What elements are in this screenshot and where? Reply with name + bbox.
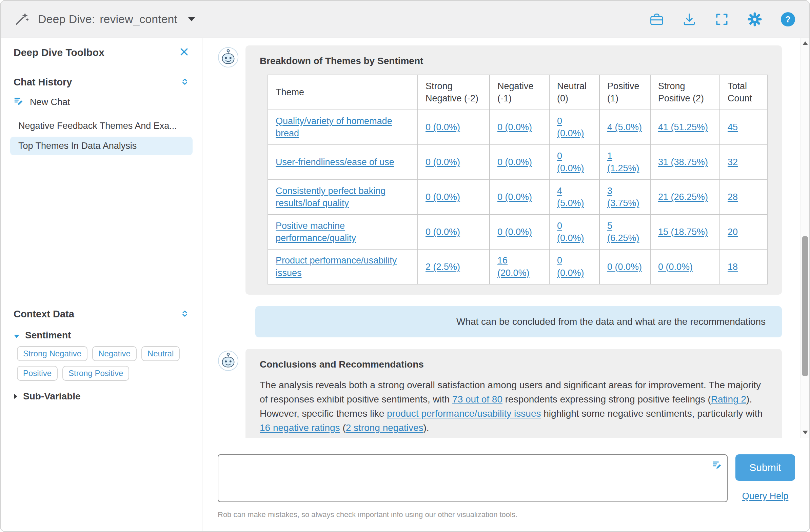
cell-value-link[interactable]: 28 [728, 192, 738, 202]
message-title: Conclusions and Recommendations [260, 359, 767, 370]
value-cell: 5 (6.25%) [599, 215, 650, 249]
scroll-down-arrow[interactable] [803, 431, 808, 434]
cell-value-link[interactable]: 0 (0.0%) [497, 122, 532, 132]
message-title: Breakdown of Themes by Sentiment [260, 55, 767, 66]
chat-scrollbar[interactable] [800, 38, 809, 438]
toolbox-header: Deep Dive Toolbox [1, 38, 202, 67]
cell-value-link[interactable]: 21 (26.25%) [658, 192, 708, 202]
sentiment-chip[interactable]: Neutral [141, 346, 180, 361]
cell-value-link[interactable]: 0 (0.0%) [497, 157, 532, 167]
sentiment-chip[interactable]: Positive [17, 366, 58, 381]
cell-value-link[interactable]: 0 (0.0%) [425, 157, 460, 167]
briefcase-icon[interactable] [649, 12, 664, 27]
cell-value-link[interactable]: 41 (51.25%) [658, 122, 708, 132]
compose-icon[interactable] [712, 460, 722, 471]
cell-value-link[interactable]: 0 (0.0%) [557, 221, 584, 243]
cell-value-link[interactable]: 1 (1.25%) [607, 151, 639, 173]
chat-history-item[interactable]: Negative Feedback Themes And Exa... [10, 117, 193, 135]
cell-value-link[interactable]: 20 [728, 227, 738, 237]
table-row: Product performance/usability issues2 (2… [268, 249, 767, 284]
column-header: Neutral (0) [549, 75, 599, 110]
settings-gear-icon[interactable] [747, 12, 763, 27]
cell-value-link[interactable]: 31 (38.75%) [658, 157, 708, 167]
new-chat-button[interactable]: New Chat [1, 96, 202, 109]
table-row: User-friendliness/ease of use0 (0.0%)0 (… [268, 145, 767, 180]
cell-value-link[interactable]: 18 [728, 262, 738, 272]
theme-link[interactable]: Quality/variety of homemade bread [276, 116, 392, 138]
sentiment-table: ThemeStrong Negative (-2)Negative (-1)Ne… [268, 75, 767, 285]
cell-value-link[interactable]: 0 (0.0%) [425, 192, 460, 202]
scroll-up-arrow[interactable] [803, 42, 808, 45]
table-body: Quality/variety of homemade bread0 (0.0%… [268, 110, 767, 284]
column-header: Negative (-1) [490, 75, 549, 110]
cell-value-link[interactable]: 0 (0.0%) [497, 227, 532, 237]
cell-value-link[interactable]: 0 (0.0%) [557, 116, 584, 138]
svg-text:?: ? [785, 14, 791, 24]
cell-value-link[interactable]: 2 (2.5%) [425, 262, 460, 272]
sub-variable-label: Sub-Variable [23, 391, 81, 402]
sentiment-group-toggle[interactable]: Sentiment [1, 330, 202, 341]
table-row: Quality/variety of homemade bread0 (0.0%… [268, 110, 767, 145]
cell-value-link[interactable]: 16 (20.0%) [497, 255, 530, 278]
fullscreen-icon[interactable] [714, 12, 729, 27]
value-cell: 4 (5.0%) [549, 180, 599, 215]
download-icon[interactable] [682, 12, 697, 27]
cell-value-link[interactable]: 3 (3.75%) [607, 186, 639, 208]
conclusion-link[interactable]: 16 negative ratings [260, 422, 340, 433]
collapse-icon[interactable] [180, 309, 189, 319]
cell-value-link[interactable]: 0 (0.0%) [497, 192, 532, 202]
conclusion-link[interactable]: product performance/usability issues [387, 408, 541, 419]
theme-link[interactable]: Positive machine performance/quality [276, 221, 356, 243]
value-cell: 0 (0.0%) [490, 180, 549, 215]
sentiment-chips: Strong NegativeNegativeNeutralPositiveSt… [17, 346, 192, 381]
scrollbar-thumb[interactable] [802, 236, 808, 376]
cell-value-link[interactable]: 4 (5.0%) [607, 122, 642, 132]
context-data-title: Context Data [14, 309, 74, 320]
conclusion-link[interactable]: Rating 2 [711, 394, 746, 404]
chat-history-list: Negative Feedback Themes And Exa...Top T… [1, 117, 202, 155]
dataset-dropdown-caret-icon[interactable] [188, 17, 196, 22]
bot-avatar [218, 47, 239, 69]
compose-icon [14, 96, 24, 109]
cell-value-link[interactable]: 0 (0.0%) [425, 227, 460, 237]
value-cell: 32 [720, 145, 767, 180]
theme-link[interactable]: User-friendliness/ease of use [276, 157, 394, 167]
cell-value-link[interactable]: 0 (0.0%) [607, 262, 642, 272]
submit-button[interactable]: Submit [735, 454, 795, 481]
theme-link[interactable]: Product performance/usability issues [276, 255, 397, 278]
cell-value-link[interactable]: 0 (0.0%) [425, 122, 460, 132]
sentiment-chip[interactable]: Negative [92, 346, 136, 361]
value-cell: 0 (0.0%) [549, 215, 599, 249]
cell-value-link[interactable]: 4 (5.0%) [557, 186, 584, 208]
value-cell: 3 (3.75%) [599, 180, 650, 215]
value-cell: 0 (0.0%) [418, 110, 490, 145]
conclusion-link[interactable]: 73 out of 80 [452, 394, 502, 404]
conclusion-text-segment: respondents expressing strong positive f… [502, 394, 711, 404]
help-icon[interactable]: ? [780, 12, 796, 27]
cell-value-link[interactable]: 0 (0.0%) [557, 151, 584, 173]
sentiment-chip[interactable]: Strong Positive [62, 366, 129, 381]
composer: Submit Query Help Rob can make mistakes,… [202, 438, 809, 531]
cell-value-link[interactable]: 45 [728, 122, 738, 132]
query-help-link[interactable]: Query Help [742, 491, 789, 501]
chat-history-item[interactable]: Top Themes In Data Analysis [10, 136, 193, 155]
disclaimer-text: Rob can make mistakes, so always check i… [218, 510, 795, 519]
cell-value-link[interactable]: 32 [728, 157, 738, 167]
value-cell: 45 [720, 110, 767, 145]
cell-value-link[interactable]: 15 (18.75%) [658, 227, 708, 237]
query-input[interactable] [218, 454, 728, 502]
conclusion-link[interactable]: 2 strong negatives [346, 422, 423, 433]
sentiment-chip[interactable]: Strong Negative [17, 346, 87, 361]
theme-link[interactable]: Consistently perfect baking results/loaf… [276, 186, 386, 208]
cell-value-link[interactable]: 0 (0.0%) [658, 262, 693, 272]
chat-history-section: Chat History [1, 67, 202, 299]
close-icon[interactable] [179, 47, 189, 58]
cell-value-link[interactable]: 5 (6.25%) [607, 221, 639, 243]
conclusion-text-segment: ( [340, 422, 346, 433]
collapse-icon[interactable] [180, 77, 189, 87]
sub-variable-group-toggle[interactable]: Sub-Variable [1, 391, 202, 402]
cell-value-link[interactable]: 0 (0.0%) [557, 255, 584, 278]
conclusion-text: The analysis reveals both a strong overa… [260, 378, 767, 435]
bot-message: Breakdown of Themes by Sentiment ThemeSt… [218, 45, 782, 295]
bot-message: Conclusions and Recommendations The anal… [218, 349, 782, 438]
